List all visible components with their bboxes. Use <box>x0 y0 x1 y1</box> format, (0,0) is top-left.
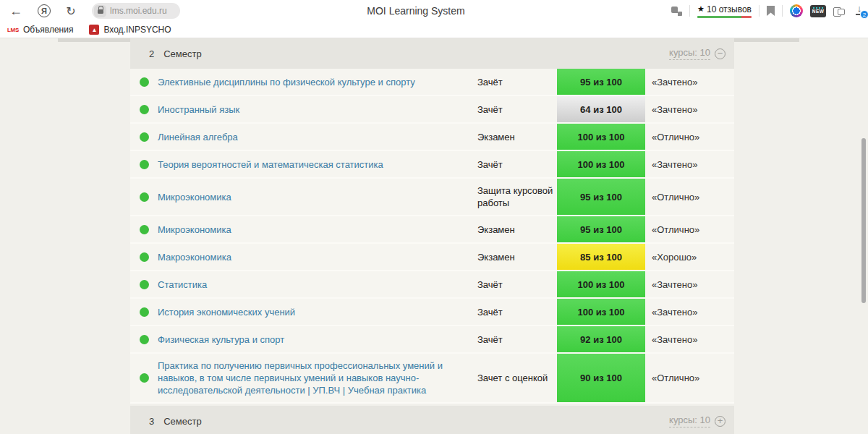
course-link[interactable]: Физическая культура и спорт <box>158 334 284 345</box>
semester-3-header: 3 Семестр курсы: 10 + <box>130 406 734 434</box>
extension-browser-icon[interactable] <box>790 4 803 17</box>
collapse-minus-icon[interactable]: − <box>715 48 726 59</box>
course-row: Физическая культура и спорт Зачёт 92 из … <box>130 326 734 354</box>
grade-cell: «Отлично» <box>645 132 734 142</box>
course-link[interactable]: Статистика <box>158 279 207 290</box>
collections-icon[interactable] <box>833 6 845 17</box>
score-badge: 95 из 100 <box>557 216 645 242</box>
assessment-type-cell: Зачёт <box>477 278 557 291</box>
back-button[interactable]: ← <box>6 0 26 22</box>
score-cell: 100 из 100 <box>557 124 645 150</box>
downloads-button[interactable]: ↓ 2 <box>852 4 867 18</box>
status-dot-icon <box>140 335 149 344</box>
yandex-icon: Я <box>38 4 51 17</box>
status-dot-icon <box>140 373 149 383</box>
protect-icon[interactable] <box>671 6 682 16</box>
grade-cell: «Зачтено» <box>645 307 734 318</box>
refresh-button[interactable]: ↻ <box>61 0 81 22</box>
extension-new-movies-icon[interactable]: NEW <box>810 5 826 17</box>
course-link[interactable]: Микроэкономика <box>158 192 231 203</box>
course-status-cell <box>130 252 158 262</box>
status-dot-icon <box>140 225 149 234</box>
grade-cell: «Зачтено» <box>645 334 734 345</box>
bookmark-item-inpsycho-login[interactable]: ▲ Вход.INPSYCHO <box>89 25 171 35</box>
score-cell: 95 из 100 <box>557 179 645 215</box>
site-rating-widget[interactable]: ★ 10 отзывов <box>697 4 752 18</box>
course-link[interactable]: Иностранный язык <box>158 104 239 115</box>
bookmark-flag-icon[interactable] <box>767 6 775 16</box>
semester-label: Семестр <box>163 48 201 59</box>
toolbar-right-icons: ★ 10 отзывов NEW ↓ 2 <box>671 0 868 22</box>
assessment-type-cell: Экзамен <box>477 131 557 143</box>
course-link[interactable]: Микроэкономика <box>158 224 231 235</box>
course-row: Микроэкономика Защита курсовой работы 95… <box>130 179 734 216</box>
score-cell: 100 из 100 <box>557 271 645 297</box>
grade-cell: «Отлично» <box>645 373 734 383</box>
course-link[interactable]: Линейная алгебра <box>158 132 238 142</box>
grade-cell: «Зачтено» <box>645 77 734 88</box>
page-content: 2 Семестр курсы: 10 − Элективные дисципл… <box>0 38 868 434</box>
status-dot-icon <box>140 280 149 289</box>
score-cell: 64 из 100 <box>557 96 645 122</box>
course-status-cell <box>130 335 158 344</box>
score-badge: 85 из 100 <box>557 244 645 270</box>
separator <box>782 5 783 17</box>
grade-table: 2 Семестр курсы: 10 − Элективные дисципл… <box>130 38 734 434</box>
score-cell: 95 из 100 <box>557 69 645 95</box>
course-row: Статистика Зачёт 100 из 100 «Зачтено» <box>130 271 734 299</box>
course-name-cell: История экономических учений <box>158 306 477 318</box>
status-dot-icon <box>140 77 149 87</box>
bookmark-label: Объявления <box>23 25 73 35</box>
course-link[interactable]: Макроэкономика <box>158 252 231 263</box>
course-row: Микроэкономика Экзамен 95 из 100 «Отличн… <box>130 216 734 244</box>
page-title: MOI Learning System <box>367 0 464 22</box>
course-link[interactable]: Практика по получению первичных професси… <box>158 360 443 396</box>
new-badge-label: NEW <box>812 9 824 14</box>
score-badge: 100 из 100 <box>557 124 645 150</box>
course-link[interactable]: Элективные дисциплины по физической куль… <box>158 77 415 88</box>
yandex-browser-button[interactable]: Я <box>35 0 54 22</box>
assessment-type-cell: Зачёт <box>477 76 557 88</box>
course-status-cell <box>130 77 158 87</box>
course-row: Практика по получению первичных професси… <box>130 354 734 404</box>
course-row: История экономических учений Зачёт 100 и… <box>130 299 734 326</box>
assessment-type-cell: Зачёт <box>477 306 557 318</box>
assessment-type-cell: Зачёт <box>477 158 557 171</box>
browser-toolbar: ← Я ↻ lms.moi.edu.ru MOI Learning System… <box>0 0 868 22</box>
score-cell: 85 из 100 <box>557 244 645 270</box>
course-status-cell <box>130 373 158 383</box>
score-badge: 100 из 100 <box>557 151 645 177</box>
expand-plus-icon[interactable]: + <box>715 416 726 427</box>
course-name-cell: Линейная алгебра <box>158 131 477 143</box>
course-row: Иностранный язык Зачёт 64 из 100 «Зачтен… <box>130 96 734 124</box>
status-dot-icon <box>140 192 149 202</box>
lock-icon <box>98 8 103 14</box>
separator <box>689 5 690 17</box>
star-icon: ★ <box>697 4 705 14</box>
score-cell: 95 из 100 <box>557 216 645 242</box>
course-name-cell: Теория вероятностей и математическая ста… <box>158 158 477 171</box>
rating-label: 10 отзывов <box>707 4 752 14</box>
status-dot-icon <box>140 307 149 317</box>
course-name-cell: Иностранный язык <box>158 103 477 116</box>
course-row: Линейная алгебра Экзамен 100 из 100 «Отл… <box>130 124 734 151</box>
course-link[interactable]: История экономических учений <box>158 307 295 318</box>
courses-count-link[interactable]: курсы: 10 <box>669 414 710 427</box>
status-dot-icon <box>140 160 149 169</box>
score-badge: 92 из 100 <box>557 326 645 352</box>
lock-chip[interactable] <box>94 5 106 17</box>
score-badge: 95 из 100 <box>557 69 645 95</box>
semester-2-header: 2 Семестр курсы: 10 − <box>130 38 734 69</box>
grade-cell: «Хорошо» <box>645 252 734 263</box>
course-status-cell <box>130 280 158 289</box>
address-bar[interactable]: lms.moi.edu.ru <box>92 3 180 19</box>
bookmark-item-announcements[interactable]: LMS Объявления <box>7 25 73 35</box>
course-row: Элективные дисциплины по физической куль… <box>130 69 734 96</box>
rating-bar <box>697 16 752 18</box>
bookmark-label: Вход.INPSYCHO <box>103 25 171 35</box>
courses-count-link[interactable]: курсы: 10 <box>669 47 710 59</box>
semester-number: 3 <box>149 416 154 427</box>
inpsycho-favicon: ▲ <box>89 25 99 35</box>
vertical-scrollbar-thumb[interactable] <box>861 138 866 303</box>
course-link[interactable]: Теория вероятностей и математическая ста… <box>158 159 383 170</box>
